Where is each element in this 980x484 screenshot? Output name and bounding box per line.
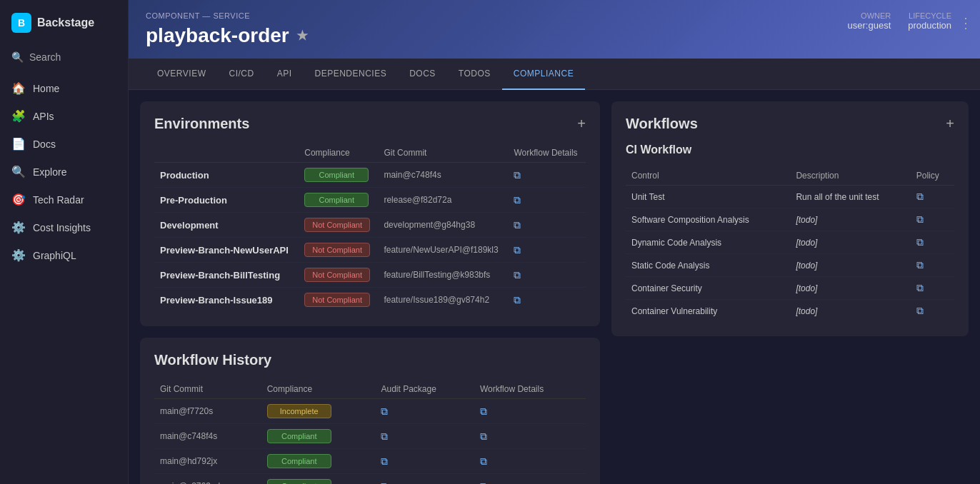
env-name: Pre-Production: [154, 188, 299, 213]
env-git-commit: feature/BillTesting@k983bfs: [378, 263, 508, 288]
sidebar-item-explore[interactable]: 🔍 Explore: [0, 158, 128, 186]
table-row: main@hd792jx Compliant ⧉ ⧉: [154, 449, 586, 474]
sidebar-item-docs[interactable]: 📄 Docs: [0, 130, 128, 158]
table-row: Static Code Analysis [todo] ⧉: [626, 254, 954, 277]
breadcrumb: COMPONENT — SERVICE: [146, 11, 963, 20]
env-workflow-details[interactable]: ⧉: [508, 238, 586, 263]
sidebar-item-tech-radar[interactable]: 🎯 Tech Radar: [0, 186, 128, 213]
table-row: main@c748f4s Compliant ⧉ ⧉: [154, 424, 586, 449]
sidebar-item-apis-label: APIs: [33, 111, 54, 122]
wh-workflow-details[interactable]: ⧉: [474, 399, 586, 424]
workflow-details-link[interactable]: ⧉: [514, 219, 521, 231]
owner-label: Owner: [848, 11, 891, 20]
ci-description: Run all of the unit test: [790, 186, 910, 208]
env-workflow-details[interactable]: ⧉: [508, 263, 586, 288]
workflow-history-card: Workflow History Git Commit Compliance A…: [140, 338, 600, 484]
main-content: COMPONENT — SERVICE playback-order ★ Own…: [129, 0, 980, 484]
tab-bar: OVERVIEW CI/CD API DEPENDENCIES DOCS TOD…: [129, 59, 980, 90]
workflow-details-link[interactable]: ⧉: [514, 194, 521, 206]
environments-add-button[interactable]: +: [577, 116, 586, 132]
backstage-logo-icon: B: [11, 13, 31, 33]
wh-git-commit: main@c748f4s: [154, 424, 261, 449]
tab-dependencies[interactable]: DEPENDENCIES: [303, 59, 398, 90]
lifecycle-value: production: [908, 20, 951, 31]
sidebar-item-apis[interactable]: 🧩 APIs: [0, 102, 128, 130]
tab-todos[interactable]: TODOS: [447, 59, 502, 90]
env-name: Production: [154, 163, 299, 188]
workflows-add-button[interactable]: +: [946, 116, 954, 132]
ci-workflow-header: Control Description Policy: [626, 166, 954, 186]
wh-workflow-details[interactable]: ⧉: [474, 449, 586, 474]
env-name: Preview-Branch-NewUserAPI: [154, 238, 299, 263]
env-workflow-details[interactable]: ⧉: [508, 213, 586, 238]
lifecycle-label: Lifecycle: [908, 11, 951, 20]
ci-policy-link[interactable]: ⧉: [911, 277, 954, 300]
wh-workflow-details[interactable]: ⧉: [474, 424, 586, 449]
tab-api[interactable]: API: [266, 59, 304, 90]
ci-description: [todo]: [790, 254, 910, 277]
col-wh-compliance: Compliance: [261, 380, 376, 399]
tab-cicd[interactable]: CI/CD: [217, 59, 265, 90]
environments-card-header: Environments +: [154, 116, 586, 132]
wh-workflow-details[interactable]: ⧉: [474, 474, 586, 485]
col-env-name: [154, 143, 299, 163]
table-row: Preview-Branch-NewUserAPI Not Compliant …: [154, 238, 586, 263]
ci-description: [todo]: [790, 231, 910, 254]
col-workflow-details: Workflow Details: [508, 143, 586, 163]
right-column: Workflows + CI Workflow Control Descript…: [611, 101, 969, 473]
ci-policy-link[interactable]: ⧉: [911, 300, 954, 323]
ci-policy-link[interactable]: ⧉: [911, 231, 954, 254]
env-git-commit: release@f82d72a: [378, 188, 508, 213]
ci-control: Software Composition Analysis: [626, 208, 790, 231]
ci-policy-link[interactable]: ⧉: [911, 186, 954, 208]
sidebar-item-docs-label: Docs: [33, 138, 56, 150]
env-name: Preview-Branch-Issue189: [154, 288, 299, 313]
col-wh-workflow: Workflow Details: [474, 380, 586, 399]
workflow-details-link[interactable]: ⧉: [514, 269, 521, 281]
favorite-star-icon[interactable]: ★: [296, 28, 308, 44]
wh-audit-package[interactable]: ⧉: [375, 474, 474, 485]
sidebar-item-home[interactable]: 🏠 Home: [0, 74, 128, 102]
tab-compliance[interactable]: COMPLIANCE: [502, 59, 585, 90]
environments-card: Environments + Compliance Git Commit Wor…: [140, 101, 600, 326]
workflow-details-link[interactable]: ⧉: [514, 169, 521, 181]
component-name: playback-order: [146, 24, 289, 47]
table-row: Pre-Production Compliant release@f82d72a…: [154, 188, 586, 213]
workflow-history-table-body: main@f7720s Incomplete ⧉ ⧉ main@c748f4s …: [154, 399, 586, 485]
table-row: Dynamic Code Analysis [todo] ⧉: [626, 231, 954, 254]
sidebar-item-cost-insights[interactable]: ⚙️ Cost Insights: [0, 213, 128, 241]
workflows-title: Workflows: [626, 116, 698, 132]
col-control: Control: [626, 166, 790, 186]
env-workflow-details[interactable]: ⧉: [508, 188, 586, 213]
tab-overview[interactable]: OVERVIEW: [146, 59, 217, 90]
table-row: Production Compliant main@c748f4s ⧉: [154, 163, 586, 188]
workflow-history-table: Git Commit Compliance Audit Package Work…: [154, 380, 586, 484]
search-icon: 🔍: [11, 51, 24, 63]
sidebar-search[interactable]: 🔍 Search: [0, 46, 128, 69]
sidebar-item-tech-radar-label: Tech Radar: [33, 194, 84, 206]
env-workflow-details[interactable]: ⧉: [508, 288, 586, 313]
wh-audit-package[interactable]: ⧉: [375, 424, 474, 449]
ci-control: Container Vulnerability: [626, 300, 790, 323]
tab-docs[interactable]: DOCS: [398, 59, 447, 90]
workflow-details-link[interactable]: ⧉: [514, 294, 521, 306]
table-row: main@z8763nd Compliant ⧉ ⧉: [154, 474, 586, 485]
sidebar-item-graphiql[interactable]: ⚙️ GraphiQL: [0, 241, 128, 269]
table-row: main@f7720s Incomplete ⧉ ⧉: [154, 399, 586, 424]
wh-audit-package[interactable]: ⧉: [375, 449, 474, 474]
ci-policy-link[interactable]: ⧉: [911, 254, 954, 277]
ci-control: Unit Test: [626, 186, 790, 208]
home-icon: 🏠: [11, 81, 26, 95]
wh-audit-package[interactable]: ⧉: [375, 399, 474, 424]
workflow-details-link[interactable]: ⧉: [514, 244, 521, 256]
more-options-icon[interactable]: ⋮: [959, 14, 973, 31]
table-row: Preview-Branch-BillTesting Not Compliant…: [154, 263, 586, 288]
env-workflow-details[interactable]: ⧉: [508, 163, 586, 188]
environments-table: Compliance Git Commit Workflow Details P…: [154, 143, 586, 312]
table-row: Container Security [todo] ⧉: [626, 277, 954, 300]
ci-policy-link[interactable]: ⧉: [911, 208, 954, 231]
env-git-commit: development@g84hg38: [378, 213, 508, 238]
env-name: Development: [154, 213, 299, 238]
sidebar-logo[interactable]: B Backstage: [0, 0, 128, 46]
col-git-commit: Git Commit: [378, 143, 508, 163]
